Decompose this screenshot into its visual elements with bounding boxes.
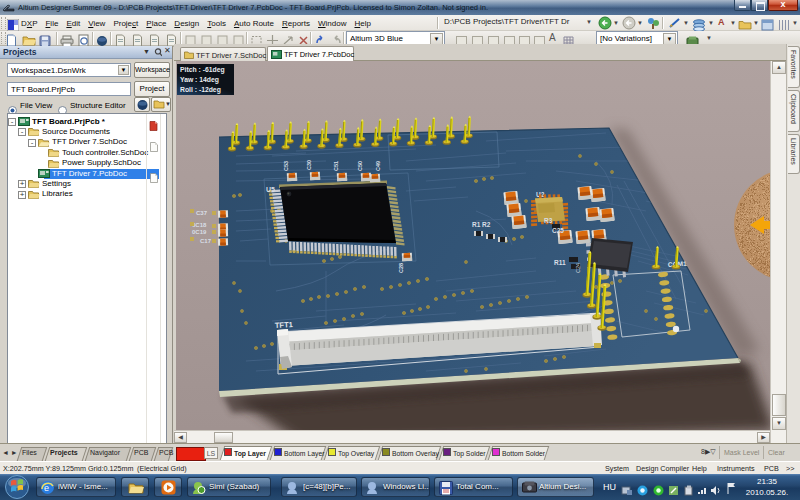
- svg-text:R1 R2: R1 R2: [472, 221, 491, 228]
- svg-text:R3: R3: [544, 217, 553, 224]
- svg-text:6C18: 6C18: [192, 222, 207, 228]
- svg-text:TFT1: TFT1: [275, 320, 293, 330]
- svg-text:e: e: [44, 483, 49, 493]
- svg-text:C30: C30: [306, 160, 312, 170]
- svg-text:C37: C37: [196, 210, 208, 216]
- svg-text:R11: R11: [554, 259, 566, 266]
- svg-text:C24: C24: [575, 263, 581, 273]
- svg-text:U5: U5: [266, 186, 275, 193]
- svg-text:C50: C50: [357, 161, 363, 171]
- svg-text:C51: C51: [333, 161, 339, 171]
- svg-text:C25: C25: [552, 227, 564, 234]
- svg-text:C17: C17: [200, 238, 212, 244]
- svg-text:0C19: 0C19: [192, 229, 207, 235]
- svg-text:C49: C49: [375, 161, 381, 171]
- svg-text:C53: C53: [283, 161, 289, 171]
- svg-text:C28: C28: [398, 263, 404, 273]
